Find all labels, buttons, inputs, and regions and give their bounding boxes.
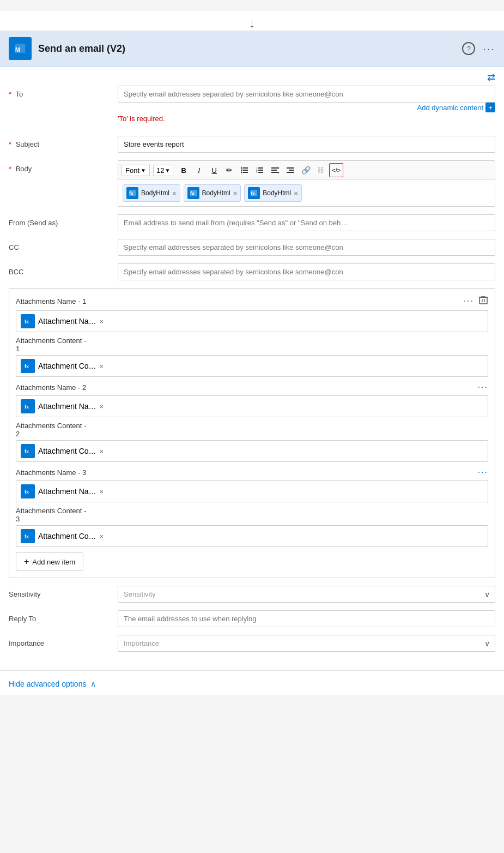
from-field-row: From (Send as) bbox=[9, 214, 495, 231]
svg-text:fx: fx bbox=[25, 489, 29, 495]
to-input[interactable] bbox=[118, 86, 495, 103]
size-dropdown-arrow: ▼ bbox=[165, 167, 170, 173]
from-input[interactable] bbox=[118, 214, 495, 231]
underline-button[interactable]: U bbox=[207, 163, 221, 177]
svg-text:3.: 3. bbox=[256, 171, 258, 173]
attachment-name-label-2: Attachments Name - 2 bbox=[16, 383, 86, 392]
align-right-button[interactable] bbox=[283, 163, 297, 177]
attachment-name-field-2[interactable]: fx Attachment Na… × bbox=[16, 395, 488, 417]
body-token-close-3[interactable]: × bbox=[294, 190, 298, 197]
to-label: * To bbox=[9, 86, 118, 98]
image-button[interactable]: ⛓ bbox=[314, 163, 328, 177]
attachment-content-token-1: Attachment Co… bbox=[38, 362, 96, 370]
attachment-delete-1[interactable] bbox=[478, 295, 488, 307]
svg-point-8 bbox=[241, 172, 242, 173]
bcc-input[interactable] bbox=[118, 263, 495, 280]
reply-to-input[interactable] bbox=[118, 610, 495, 627]
unordered-list-button[interactable] bbox=[238, 163, 252, 177]
sensitivity-select[interactable]: Sensitivity bbox=[118, 586, 495, 603]
attachment-more-menu-3[interactable]: ··· bbox=[478, 467, 488, 477]
separator bbox=[0, 670, 504, 671]
svg-rect-16 bbox=[271, 170, 277, 171]
more-options-icon[interactable]: ··· bbox=[483, 43, 495, 55]
attachment-content-token-2: Attachment Co… bbox=[38, 447, 96, 455]
italic-button[interactable]: I bbox=[192, 163, 206, 177]
svg-rect-11 bbox=[258, 172, 263, 173]
svg-rect-17 bbox=[271, 172, 279, 173]
attachment-content-field-3[interactable]: fx Attachment Co… × bbox=[16, 525, 488, 547]
body-token-close-2[interactable]: × bbox=[233, 190, 238, 197]
align-left-button[interactable] bbox=[268, 163, 282, 177]
add-new-item-button[interactable]: + Add new item bbox=[16, 552, 83, 571]
svg-rect-4 bbox=[243, 170, 248, 171]
attachment-name-label-3: Attachments Name - 3 bbox=[16, 468, 86, 477]
importance-select-wrapper: Importance ∨ bbox=[118, 635, 495, 652]
attachment-name-header-3: Attachments Name - 3 ··· bbox=[16, 467, 488, 477]
attachment-content-token-icon-2: fx bbox=[21, 444, 35, 458]
required-star-subject: * bbox=[9, 140, 11, 148]
subject-label: * Subject bbox=[9, 136, 118, 148]
attachment-more-menu-2[interactable]: ··· bbox=[478, 382, 488, 392]
subject-input[interactable] bbox=[118, 136, 495, 153]
hide-advanced-options[interactable]: Hide advanced options ∧ bbox=[0, 673, 504, 695]
attachment-name-field-3[interactable]: fx Attachment Na… × bbox=[16, 480, 488, 502]
action-header: M Send an email (V2) ? ··· bbox=[0, 31, 504, 67]
cc-input[interactable] bbox=[118, 239, 495, 256]
svg-rect-15 bbox=[271, 167, 279, 169]
attachment-content-token-icon-1: fx bbox=[21, 359, 35, 373]
body-token-3[interactable]: fx BodyHtml × bbox=[244, 184, 302, 202]
attachment-more-menu-1[interactable]: ··· bbox=[464, 296, 474, 306]
body-label: * Body bbox=[9, 160, 118, 173]
add-icon: + bbox=[24, 557, 29, 567]
font-size-selector[interactable]: 12 ▼ bbox=[153, 165, 173, 176]
attachment-content-field-1[interactable]: fx Attachment Co… × bbox=[16, 355, 488, 377]
attachment-content-token-close-3[interactable]: × bbox=[100, 533, 104, 540]
link-button[interactable]: 🔗 bbox=[299, 163, 313, 177]
svg-rect-10 bbox=[258, 170, 263, 171]
svg-text:fx: fx bbox=[190, 191, 195, 196]
attachment-name-token-3: Attachment Na… bbox=[38, 487, 96, 496]
add-dynamic-content-button[interactable]: Add dynamic content + bbox=[417, 103, 495, 112]
svg-rect-27 bbox=[479, 297, 487, 304]
html-button[interactable]: </> bbox=[329, 163, 343, 177]
attachment-name-field-1[interactable]: fx Attachment Na… × bbox=[16, 310, 488, 332]
attachment-name-token-close-1[interactable]: × bbox=[100, 318, 104, 325]
attachment-content-token-close-1[interactable]: × bbox=[100, 363, 104, 370]
attachments-section: Attachments Name - 1 ··· fx Attachment N… bbox=[9, 288, 495, 578]
svg-rect-5 bbox=[243, 172, 248, 173]
importance-label: Importance bbox=[9, 635, 118, 647]
attachment-name-token-close-2[interactable]: × bbox=[100, 403, 104, 410]
subject-field-row: * Subject bbox=[9, 136, 495, 153]
body-token-close-1[interactable]: × bbox=[172, 190, 177, 197]
bold-button[interactable]: B bbox=[177, 163, 191, 177]
attachment-name-token-icon-1: fx bbox=[21, 314, 35, 328]
body-token-2[interactable]: fx BodyHtml × bbox=[184, 184, 241, 202]
sensitivity-field-row: Sensitivity Sensitivity ∨ bbox=[9, 586, 495, 603]
header-title: Send an email (V2) bbox=[38, 43, 462, 55]
pen-button[interactable]: ✏ bbox=[222, 163, 236, 177]
font-selector[interactable]: Font ▼ bbox=[122, 165, 150, 176]
attachment-name-token-close-3[interactable]: × bbox=[100, 488, 104, 495]
attachment-content-label-2: Attachments Content -2 bbox=[16, 422, 488, 438]
svg-point-6 bbox=[241, 167, 242, 169]
svg-text:fx: fx bbox=[25, 364, 29, 369]
cc-field-row: CC bbox=[9, 239, 495, 256]
svg-text:fx: fx bbox=[25, 404, 29, 410]
attachment-content-label-3: Attachments Content -3 bbox=[16, 507, 488, 523]
help-icon[interactable]: ? bbox=[462, 42, 475, 55]
cc-label: CC bbox=[9, 239, 118, 251]
attachment-group-2: Attachments Name - 2 ··· fx Attachment N… bbox=[16, 382, 488, 462]
attachment-content-token-close-2[interactable]: × bbox=[100, 448, 104, 455]
body-token-1[interactable]: fx BodyHtml × bbox=[123, 184, 180, 202]
svg-text:fx: fx bbox=[25, 449, 29, 454]
svg-rect-3 bbox=[243, 167, 248, 169]
reply-to-field-row: Reply To bbox=[9, 610, 495, 627]
importance-select[interactable]: Importance bbox=[118, 635, 495, 652]
attachment-content-field-2[interactable]: fx Attachment Co… × bbox=[16, 440, 488, 462]
body-editor: Font ▼ 12 ▼ B I U ✏ 1.2.3. bbox=[118, 160, 495, 207]
ordered-list-button[interactable]: 1.2.3. bbox=[253, 163, 267, 177]
hide-advanced-label: Hide advanced options bbox=[9, 680, 86, 688]
attachment-group-1: Attachments Name - 1 ··· fx Attachment N… bbox=[16, 295, 488, 377]
swap-icon[interactable]: ⇄ bbox=[487, 71, 495, 83]
reply-to-label: Reply To bbox=[9, 610, 118, 623]
